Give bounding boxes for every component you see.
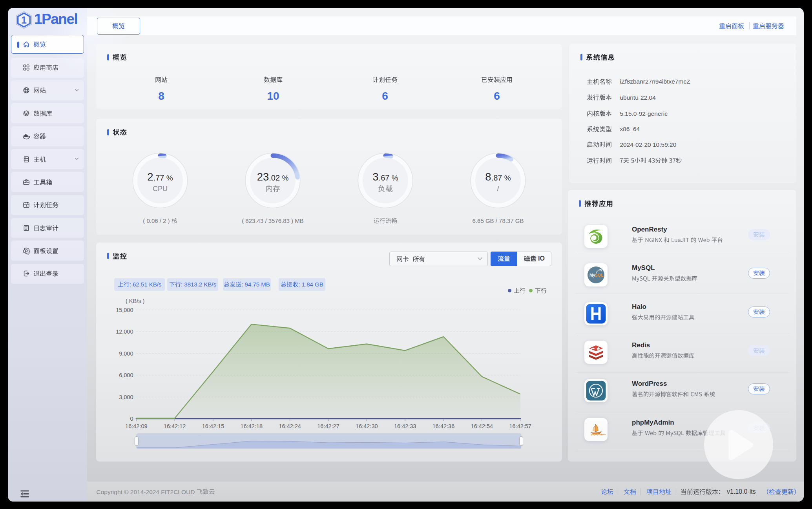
svg-text:12,000: 12,000 [116, 328, 133, 335]
svg-text:9,000: 9,000 [119, 350, 133, 357]
svg-text:16:42:15: 16:42:15 [202, 423, 224, 429]
svg-text:16:42:27: 16:42:27 [317, 423, 339, 429]
svg-text:SQL: SQL [595, 273, 604, 277]
svg-text:3,000: 3,000 [119, 394, 133, 400]
svg-text:1: 1 [21, 15, 27, 26]
svg-text:16:42:33: 16:42:33 [394, 423, 416, 429]
svg-text:6,000: 6,000 [119, 372, 133, 378]
svg-text:15,000: 15,000 [116, 307, 133, 313]
svg-text:16:42:54: 16:42:54 [471, 423, 493, 429]
svg-text:16:42:12: 16:42:12 [164, 423, 186, 429]
svg-text:0: 0 [130, 416, 133, 422]
svg-text:( KB/s ): ( KB/s ) [126, 298, 144, 304]
svg-text:16:42:18: 16:42:18 [241, 423, 263, 429]
svg-text:16:42:57: 16:42:57 [509, 423, 531, 429]
svg-text:phpMyAdmin: phpMyAdmin [591, 433, 606, 436]
svg-text:My: My [589, 273, 595, 277]
svg-text:16:42:36: 16:42:36 [432, 423, 454, 429]
svg-text:16:42:30: 16:42:30 [356, 423, 378, 429]
svg-text:16:42:24: 16:42:24 [279, 423, 301, 429]
svg-text:16:42:09: 16:42:09 [125, 423, 147, 429]
